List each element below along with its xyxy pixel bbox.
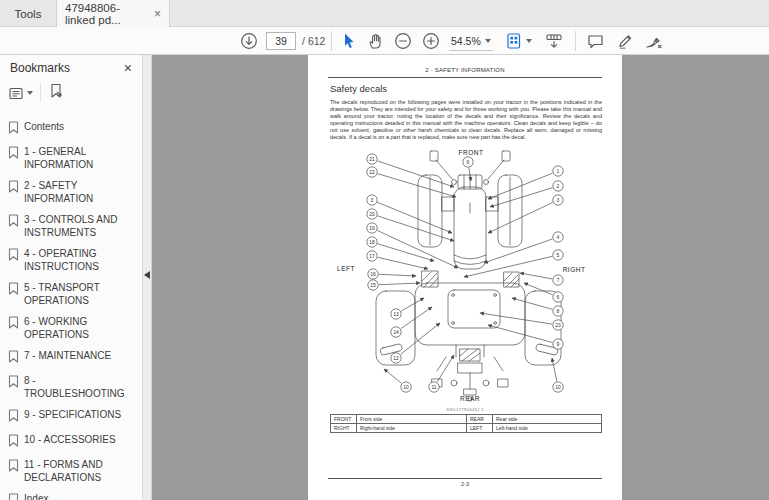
page-separator: / bbox=[302, 35, 305, 47]
svg-text:9: 9 bbox=[557, 341, 560, 347]
fill-sign-tool-button[interactable] bbox=[644, 27, 664, 55]
bookmark-icon bbox=[8, 315, 24, 341]
select-tool-button[interactable] bbox=[341, 27, 357, 55]
highlight-tool-button[interactable] bbox=[616, 27, 635, 55]
table-row: FRONTFront sideREARRear side bbox=[331, 415, 602, 424]
bookmark-item[interactable]: 5 - TRANSPORT OPERATIONS bbox=[0, 277, 142, 311]
bookmark-item[interactable]: Contents bbox=[0, 116, 142, 141]
table-cell: LEFT bbox=[467, 424, 493, 433]
bookmark-label: 6 - WORKING OPERATIONS bbox=[24, 315, 136, 341]
content-area: Bookmarks × Contents1 - GENERAL INFORMAT… bbox=[0, 55, 769, 500]
svg-text:4: 4 bbox=[557, 234, 560, 240]
svg-text:19: 19 bbox=[369, 225, 375, 231]
fit-width-button[interactable] bbox=[544, 27, 564, 55]
section-title: Safety decals bbox=[330, 83, 387, 94]
download-circle-icon bbox=[240, 32, 258, 50]
page-display-menu[interactable] bbox=[505, 27, 532, 55]
svg-text:23: 23 bbox=[555, 322, 561, 328]
svg-text:3: 3 bbox=[557, 197, 560, 203]
hand-icon bbox=[366, 32, 384, 50]
expand-current-bookmark-button[interactable] bbox=[48, 83, 64, 103]
svg-text:18: 18 bbox=[369, 239, 375, 245]
bookmark-item[interactable]: 3 - CONTROLS AND INSTRUMENTS bbox=[0, 209, 142, 243]
bookmark-item[interactable]: 9 - SPECIFICATIONS bbox=[0, 404, 142, 429]
bookmark-item[interactable]: 11 - FORMS AND DECLARATIONS bbox=[0, 454, 142, 488]
bookmark-icon bbox=[8, 213, 24, 239]
tab-document[interactable]: 47948806-linked pd... × bbox=[57, 0, 170, 27]
tab-tools[interactable]: Tools bbox=[0, 0, 57, 27]
pencil-icon bbox=[616, 32, 635, 50]
svg-text:21: 21 bbox=[369, 156, 375, 162]
zoom-out-button[interactable] bbox=[394, 27, 412, 55]
svg-text:2: 2 bbox=[557, 183, 560, 189]
label-rear: REAR bbox=[460, 395, 480, 402]
bookmark-item[interactable]: 10 - ACCESSORIES bbox=[0, 429, 142, 454]
zoom-in-button[interactable] bbox=[422, 27, 440, 55]
minus-circle-icon bbox=[394, 32, 412, 50]
bookmark-item[interactable]: 7 - MAINTENANCE bbox=[0, 345, 142, 370]
bookmark-label: 5 - TRANSPORT OPERATIONS bbox=[24, 281, 136, 307]
svg-text:8: 8 bbox=[557, 308, 560, 314]
toolbar-divider bbox=[331, 31, 332, 51]
footer-rule bbox=[328, 478, 602, 479]
hand-tool-button[interactable] bbox=[366, 27, 384, 55]
svg-text:10: 10 bbox=[555, 384, 561, 390]
svg-text:17: 17 bbox=[369, 253, 375, 259]
svg-text:10: 10 bbox=[403, 384, 409, 390]
svg-text:6: 6 bbox=[467, 159, 470, 165]
collapse-panel-icon[interactable] bbox=[144, 271, 150, 279]
close-panel-icon[interactable]: × bbox=[124, 60, 132, 76]
document-viewport[interactable]: 2 - SAFETY INFORMATION Safety decals The… bbox=[152, 55, 769, 500]
diagram-callouts: 2122320191817161513141210116123457682391… bbox=[367, 154, 563, 392]
bookmark-icon bbox=[8, 408, 24, 425]
svg-text:16: 16 bbox=[370, 271, 376, 277]
svg-text:3: 3 bbox=[371, 197, 374, 203]
bookmarks-title: Bookmarks bbox=[10, 61, 70, 75]
bookmark-icon bbox=[8, 120, 24, 137]
bookmark-label: 9 - SPECIFICATIONS bbox=[24, 408, 136, 425]
bookmark-item[interactable]: 6 - WORKING OPERATIONS bbox=[0, 311, 142, 345]
chevron-down-icon bbox=[27, 91, 33, 95]
bookmark-item[interactable]: Index bbox=[0, 488, 142, 500]
page-running-header: 2 - SAFETY INFORMATION bbox=[308, 67, 622, 73]
page-number-footer: 2-3 bbox=[308, 481, 622, 487]
plus-circle-icon bbox=[422, 32, 440, 50]
svg-text:14: 14 bbox=[393, 329, 399, 335]
table-cell: REAR bbox=[467, 415, 493, 424]
bookmark-label: 7 - MAINTENANCE bbox=[24, 349, 136, 366]
pointer-icon bbox=[341, 32, 357, 50]
bookmark-label: 3 - CONTROLS AND INSTRUMENTS bbox=[24, 213, 136, 239]
table-cell: Right-hand side bbox=[357, 424, 467, 433]
legend-table: FRONTFront sideREARRear sideRIGHTRight-h… bbox=[330, 414, 602, 433]
svg-text:7: 7 bbox=[557, 277, 560, 283]
bookmark-item[interactable]: 8 - TROUBLESHOOTING bbox=[0, 370, 142, 404]
main-toolbar: 39 / 612 54.5% bbox=[0, 27, 769, 55]
bookmarks-toolbar bbox=[0, 80, 142, 106]
label-left: LEFT bbox=[337, 265, 355, 272]
fill-sign-pen-icon bbox=[644, 32, 664, 50]
bookmark-icon bbox=[8, 145, 24, 171]
zoom-level-value: 54.5% bbox=[451, 35, 481, 47]
svg-text:12: 12 bbox=[393, 355, 399, 361]
bookmark-options-button[interactable] bbox=[8, 86, 33, 101]
page-number-input[interactable]: 39 bbox=[266, 32, 296, 50]
vertical-separator bbox=[40, 84, 41, 102]
save-download-button[interactable] bbox=[240, 27, 258, 55]
pdf-page: 2 - SAFETY INFORMATION Safety decals The… bbox=[308, 55, 622, 500]
svg-text:13: 13 bbox=[393, 311, 399, 317]
svg-text:15: 15 bbox=[370, 282, 376, 288]
bookmark-icon bbox=[8, 433, 24, 450]
zoom-level-select[interactable]: 54.5% bbox=[449, 31, 493, 51]
svg-text:1: 1 bbox=[557, 168, 560, 174]
bookmark-item[interactable]: 1 - GENERAL INFORMATION bbox=[0, 141, 142, 175]
label-front: FRONT bbox=[459, 149, 484, 156]
comment-tool-button[interactable] bbox=[586, 27, 605, 55]
svg-text:22: 22 bbox=[369, 169, 375, 175]
bookmark-item[interactable]: 2 - SAFETY INFORMATION bbox=[0, 175, 142, 209]
bookmark-icon bbox=[8, 492, 24, 500]
tab-bar: Tools 47948806-linked pd... × bbox=[0, 0, 769, 27]
bookmark-item[interactable]: 4 - OPERATING INSTRUCTIONS bbox=[0, 243, 142, 277]
svg-text:20: 20 bbox=[369, 211, 375, 217]
tab-close-icon[interactable]: × bbox=[154, 7, 161, 21]
bookmarks-panel: Bookmarks × Contents1 - GENERAL INFORMAT… bbox=[0, 55, 142, 500]
